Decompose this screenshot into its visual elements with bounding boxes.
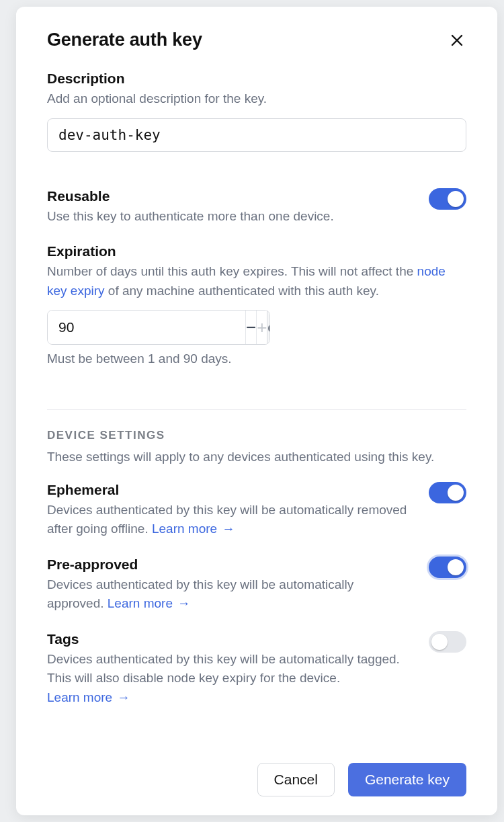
description-help: Add an optional description for the key. — [47, 89, 466, 109]
arrow-right-icon: → — [222, 520, 235, 539]
generate-key-button[interactable]: Generate key — [348, 763, 466, 796]
preapproved-toggle[interactable] — [429, 557, 466, 578]
preapproved-section: Pre-approved Devices authenticated by th… — [47, 557, 466, 614]
reusable-title: Reusable — [47, 188, 413, 204]
close-button[interactable] — [448, 31, 466, 50]
preapproved-help-text: Devices authenticated by this key will b… — [47, 577, 353, 611]
close-icon — [450, 34, 464, 47]
reusable-help: Use this key to authenticate more than o… — [47, 207, 413, 227]
tags-section: Tags Devices authenticated by this key w… — [47, 631, 466, 708]
expiration-input[interactable] — [48, 311, 245, 344]
reusable-toggle[interactable] — [429, 188, 466, 210]
arrow-right-icon: → — [117, 688, 130, 708]
expiration-decrement-button[interactable]: − — [245, 311, 256, 344]
tags-help-text: Devices authenticated by this key will b… — [47, 652, 400, 686]
tags-help: Devices authenticated by this key will b… — [47, 650, 413, 708]
expiration-help-prefix: Number of days until this auth key expir… — [47, 264, 417, 278]
expiration-stepper: − + days — [47, 310, 270, 345]
expiration-increment-button[interactable]: + — [256, 311, 267, 344]
modal-header: Generate auth key — [47, 30, 466, 50]
device-settings-section: DEVICE SETTINGS These settings will appl… — [47, 429, 466, 467]
modal-footer: Cancel Generate key — [47, 751, 466, 796]
description-title: Description — [47, 71, 466, 87]
description-section: Description Add an optional description … — [47, 71, 466, 171]
ephemeral-section: Ephemeral Devices authenticated by this … — [47, 482, 466, 539]
description-input[interactable] — [47, 118, 466, 152]
tags-learn-more-link[interactable]: Learn more → — [47, 690, 130, 704]
modal-title: Generate auth key — [47, 30, 202, 50]
ephemeral-title: Ephemeral — [47, 482, 413, 498]
arrow-right-icon: → — [177, 594, 190, 614]
cancel-button[interactable]: Cancel — [257, 763, 335, 796]
ephemeral-help: Devices authenticated by this key will b… — [47, 501, 413, 539]
reusable-section: Reusable Use this key to authenticate mo… — [47, 188, 466, 227]
device-settings-heading: DEVICE SETTINGS — [47, 429, 466, 442]
ephemeral-learn-more-link[interactable]: Learn more → — [152, 522, 235, 536]
expiration-constraint: Must be between 1 and 90 days. — [47, 352, 466, 366]
expiration-section: Expiration Number of days until this aut… — [47, 243, 466, 385]
tags-toggle[interactable] — [429, 631, 466, 653]
preapproved-help: Devices authenticated by this key will b… — [47, 575, 413, 614]
generate-auth-key-modal: Generate auth key Description Add an opt… — [16, 7, 497, 815]
preapproved-learn-more-link[interactable]: Learn more → — [108, 596, 190, 610]
expiration-help-suffix: of any machine authenticated with this a… — [105, 284, 379, 298]
device-settings-help: These settings will apply to any devices… — [47, 448, 466, 467]
expiration-unit: days — [267, 311, 270, 344]
divider — [47, 409, 466, 410]
expiration-help: Number of days until this auth key expir… — [47, 262, 466, 300]
ephemeral-toggle[interactable] — [429, 482, 466, 503]
tags-title: Tags — [47, 631, 413, 647]
expiration-title: Expiration — [47, 243, 466, 259]
preapproved-title: Pre-approved — [47, 557, 413, 573]
